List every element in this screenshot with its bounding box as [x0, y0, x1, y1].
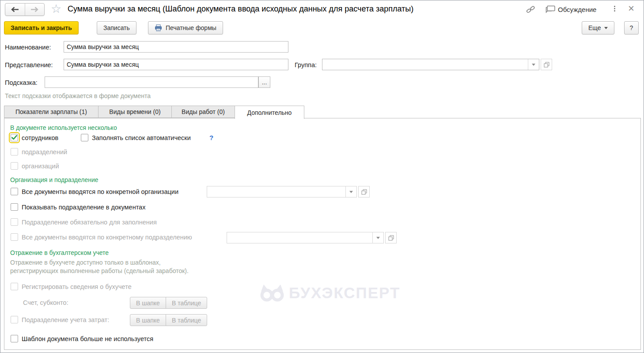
link-icon[interactable]	[526, 5, 535, 15]
hint-more-button[interactable]: ...	[258, 76, 270, 88]
group-select-button[interactable]	[541, 59, 552, 70]
group-label: Группа:	[295, 61, 317, 68]
specific-dept-combobox	[227, 232, 384, 243]
dept-required-checkbox-label: Подразделение обязательно для заполнения	[22, 219, 157, 226]
back-arrow-icon	[11, 7, 19, 12]
cost-dept-in-table-button: В таблице	[166, 314, 207, 326]
cost-dept-checkbox	[11, 316, 18, 323]
group-input[interactable]	[322, 59, 528, 70]
fill-auto-checkbox-label[interactable]: Заполнять список автоматически	[92, 134, 191, 141]
specific-dept-dropdown-button[interactable]	[372, 232, 383, 243]
help-button[interactable]: ?	[624, 21, 639, 34]
save-and-close-button[interactable]: Записать и закрыть	[4, 21, 79, 34]
history-nav-group	[5, 3, 45, 16]
watermark: БУХЭКСПЕРТ	[260, 284, 400, 302]
printer-icon	[155, 24, 162, 31]
choose-from-list-icon	[361, 189, 367, 195]
account-subconto-label: Счет, субконто:	[23, 299, 68, 306]
print-forms-label: Печатные формы	[166, 24, 216, 31]
more-actions-label: Еще	[588, 24, 601, 31]
fill-auto-help-icon[interactable]: ?	[209, 134, 213, 141]
specific-org-input[interactable]	[207, 186, 345, 197]
page-title: Сумма выручки за месяц (Шаблон документа…	[68, 4, 413, 14]
dept-required-checkbox	[11, 218, 18, 226]
template-not-used-checkbox[interactable]	[11, 335, 18, 342]
cost-dept-checkbox-label: Подразделение учета затрат:	[22, 316, 109, 323]
accounting-note-line1: Отражение в бухучете доступно только в ш…	[10, 259, 161, 266]
specific-org-select-button[interactable]	[358, 186, 370, 197]
discussion-link[interactable]: Обсуждение	[558, 6, 596, 13]
fill-auto-checkbox[interactable]	[81, 134, 88, 141]
dropdown-arrow-icon	[532, 64, 535, 66]
checkmark-icon	[11, 134, 18, 141]
employees-checkbox[interactable]	[11, 134, 18, 141]
print-forms-button[interactable]: Печатные формы	[148, 21, 223, 34]
tab-additional[interactable]: Дополнительно	[235, 106, 304, 119]
specific-org-combobox	[207, 186, 357, 197]
account-in-header-button: В шапке	[130, 297, 166, 309]
specific-dept-input[interactable]	[227, 232, 372, 243]
departments-checkbox-label: подразделений	[22, 148, 67, 156]
specific-dept-checkbox	[11, 233, 18, 241]
organizations-checkbox	[11, 162, 18, 170]
choose-from-list-icon	[544, 62, 549, 68]
specific-dept-select-button[interactable]	[385, 232, 397, 243]
departments-checkbox	[11, 148, 18, 156]
forward-button	[25, 4, 45, 15]
organizations-checkbox-label: организаций	[22, 163, 59, 170]
name-input[interactable]	[64, 41, 288, 53]
employees-checkbox-label[interactable]: сотрудников	[22, 134, 58, 141]
favorite-star-icon[interactable]: ☆	[51, 2, 61, 15]
cost-dept-toggle: В шапке В таблице	[130, 314, 207, 326]
chevron-down-icon	[604, 27, 608, 29]
dropdown-arrow-icon	[349, 191, 353, 193]
hint-label: Подсказка:	[5, 79, 38, 86]
show-dept-checkbox-label[interactable]: Показывать подразделение в документах	[22, 204, 145, 211]
choose-from-list-icon	[388, 235, 394, 241]
section-header-accounting: Отражение в бухгалтерском учете	[10, 249, 109, 256]
discussion-bubble-icon[interactable]	[546, 5, 556, 16]
representation-input[interactable]	[64, 59, 288, 70]
tab-salary-indicators[interactable]: Показатели зарплаты (1)	[4, 106, 98, 118]
group-dropdown-button[interactable]	[528, 59, 539, 70]
account-in-table-button: В таблице	[166, 297, 207, 309]
show-dept-checkbox[interactable]	[11, 203, 18, 211]
representation-label: Представление:	[5, 61, 53, 68]
forward-arrow-icon	[30, 7, 39, 12]
section-header-multi: В документе используется несколько	[10, 124, 117, 131]
more-menu-icon[interactable]	[612, 5, 617, 12]
tab-time-types[interactable]: Виды времени (0)	[98, 106, 172, 118]
cost-dept-in-header-button: В шапке	[130, 314, 166, 326]
specific-org-checkbox-label[interactable]: Все документы вводятся по конкретной орг…	[22, 188, 178, 195]
dropdown-arrow-icon	[376, 237, 380, 239]
account-subconto-toggle: В шапке В таблице	[130, 297, 207, 309]
name-label: Наименование:	[5, 44, 51, 51]
hint-note: Текст подсказки отображается в форме док…	[5, 92, 151, 99]
group-combobox	[322, 59, 539, 70]
document-window: ☆ Сумма выручки за месяц (Шаблон докумен…	[0, 0, 644, 353]
register-info-checkbox-label: Регистрировать сведения о бухучете	[22, 283, 132, 290]
section-header-org: Организация и подразделение	[10, 176, 98, 183]
more-actions-button[interactable]: Еще	[582, 21, 614, 34]
template-not-used-checkbox-label[interactable]: Шаблон документа больше не используется	[22, 335, 153, 342]
specific-dept-checkbox-label: Все документы вводятся по конкретному по…	[22, 234, 192, 241]
save-button[interactable]: Записать	[97, 21, 136, 34]
owl-logo-icon	[260, 284, 284, 302]
tab-work-types[interactable]: Виды работ (0)	[171, 106, 235, 118]
specific-org-dropdown-button[interactable]	[345, 186, 356, 197]
accounting-note-line2: регистрирующих выполненные работы (сдель…	[10, 267, 189, 274]
specific-org-checkbox[interactable]	[11, 188, 18, 195]
hint-input[interactable]	[45, 76, 258, 88]
register-info-checkbox	[11, 283, 18, 290]
watermark-text: БУХЭКСПЕРТ	[289, 284, 400, 302]
back-button[interactable]	[5, 4, 25, 15]
close-icon[interactable]: ×	[628, 2, 634, 15]
